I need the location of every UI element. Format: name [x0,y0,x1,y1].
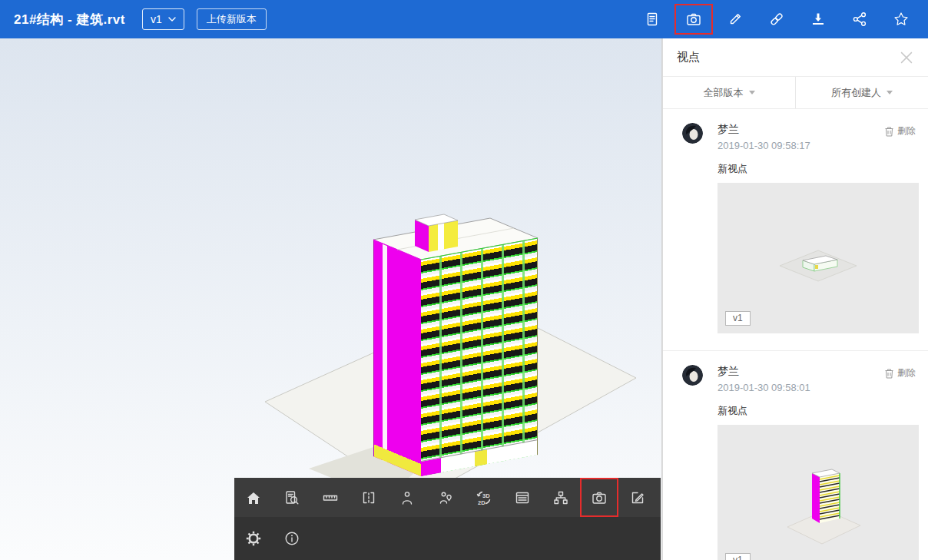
toolbar-home-button[interactable] [234,478,273,517]
version-label: v1 [151,13,162,25]
camera-icon [685,11,702,28]
delete-viewpoint-button[interactable]: 删除 [884,123,916,138]
viewpoint-thumbnail[interactable]: v1 [718,183,919,333]
camera-icon [591,489,608,506]
close-panel-button[interactable] [897,48,916,67]
section-box-icon [360,489,377,506]
viewpoints-panel-header: 视点 [663,38,928,77]
toolbar-person-button[interactable] [388,478,426,517]
toolbar-measure-button[interactable] [311,478,350,517]
annotate-icon [629,489,646,506]
filter-all-creators[interactable]: 所有创建人 [795,77,928,108]
share-icon [851,11,868,28]
share-link-button[interactable] [756,2,797,36]
star-icon [893,11,910,28]
viewer-toolbar: 3D2D [234,478,661,560]
file-title: 21#结构 - 建筑.rvt [14,11,125,28]
2d3d-toggle-icon: 3D2D [476,489,492,506]
avatar [682,365,703,386]
building-podium [421,439,537,476]
filter-version-label: 全部版本 [704,86,744,100]
delete-viewpoint-button[interactable]: 删除 [884,365,916,379]
timestamp: 2019-01-30 09:58:01 [718,382,810,393]
thumbnail-model-small [772,231,864,285]
timestamp: 2019-01-30 09:58:17 [718,140,810,151]
upload-new-version-button[interactable]: 上传新版本 [197,8,267,30]
download-icon [810,11,827,28]
avatar [682,123,703,144]
viewer-toolbar-row-1: 3D2D [234,478,661,517]
person-icon [399,489,416,506]
topbar: 21#结构 - 建筑.rvt v1 上传新版本 [0,0,928,38]
version-badge: v1 [725,311,751,326]
delete-label: 删除 [897,366,916,379]
info-icon [283,530,300,547]
snapshot-panel-button[interactable] [673,2,714,36]
viewpoint-thumbnail[interactable]: v1 [718,425,919,560]
favorite-button[interactable] [880,2,922,36]
topbar-actions [631,2,922,36]
trash-icon [884,368,894,379]
viewpoint-name: 新视点 [718,404,916,418]
chevron-down-icon [168,17,176,22]
viewpoints-panel: 视点 全部版本 所有创建人 [662,38,928,560]
viewpoint-filters: 全部版本 所有创建人 [663,77,928,109]
viewpoint-card-header: 梦兰 2019-01-30 09:58:17 删除 [682,123,916,151]
model-viewer[interactable]: 3D2D [0,38,662,560]
chevron-down-icon [887,91,893,94]
markup-button[interactable] [714,2,756,36]
thumbnail-model-tall [772,442,864,558]
author-name: 梦兰 [718,123,810,137]
measure-ruler-icon [322,489,339,506]
toolbar-component-list-button[interactable] [503,478,542,517]
app-window: 21#结构 - 建筑.rvt v1 上传新版本 [0,0,928,560]
toolbar-2d3d-button[interactable]: 3D2D [465,478,503,517]
toolbar-settings-button[interactable] [234,517,273,560]
share-button[interactable] [839,2,880,36]
download-button[interactable] [797,2,839,36]
roam-pin-icon [437,489,454,506]
building-west-facade [373,240,421,476]
toolbar-snapshot-button[interactable] [580,478,618,517]
toolbar-find-button[interactable] [273,478,311,517]
link-icon [768,11,785,28]
filter-creator-label: 所有创建人 [831,86,881,100]
document-icon [644,11,661,28]
svg-text:3D: 3D [482,492,490,499]
viewpoint-card: 梦兰 2019-01-30 09:58:01 删除 新视点 [663,351,928,560]
home-icon [245,489,262,506]
version-badge: v1 [725,553,751,560]
component-list-icon [514,489,531,506]
settings-gear-icon [245,530,262,547]
panel-title: 视点 [677,50,700,65]
svg-text:2D: 2D [478,499,486,505]
version-dropdown[interactable]: v1 [142,8,184,30]
viewpoint-meta: 梦兰 2019-01-30 09:58:17 [718,123,810,151]
filter-all-versions[interactable]: 全部版本 [663,77,795,108]
trash-icon [884,126,894,137]
toolbar-annotate-button[interactable] [618,478,657,517]
version-notes-button[interactable] [631,2,673,36]
building-south-facade [421,238,538,476]
toolbar-info-button[interactable] [273,517,311,560]
author-name: 梦兰 [718,365,810,379]
toolbar-model-tree-button[interactable] [542,478,580,517]
viewpoint-name: 新视点 [718,162,916,176]
viewpoint-card-header: 梦兰 2019-01-30 09:58:01 删除 [682,365,916,393]
close-icon [900,51,913,64]
viewpoint-meta: 梦兰 2019-01-30 09:58:01 [718,365,810,393]
viewpoint-card: 梦兰 2019-01-30 09:58:17 删除 新视点 [663,109,928,351]
toolbar-roam-button[interactable] [426,478,465,517]
delete-label: 删除 [897,124,916,138]
chevron-down-icon [749,91,755,94]
viewer-toolbar-row-2 [234,517,661,560]
model-tree-icon [552,489,569,506]
toolbar-section-button[interactable] [350,478,388,517]
zoom-document-icon [283,489,300,506]
pencil-icon [727,11,744,28]
